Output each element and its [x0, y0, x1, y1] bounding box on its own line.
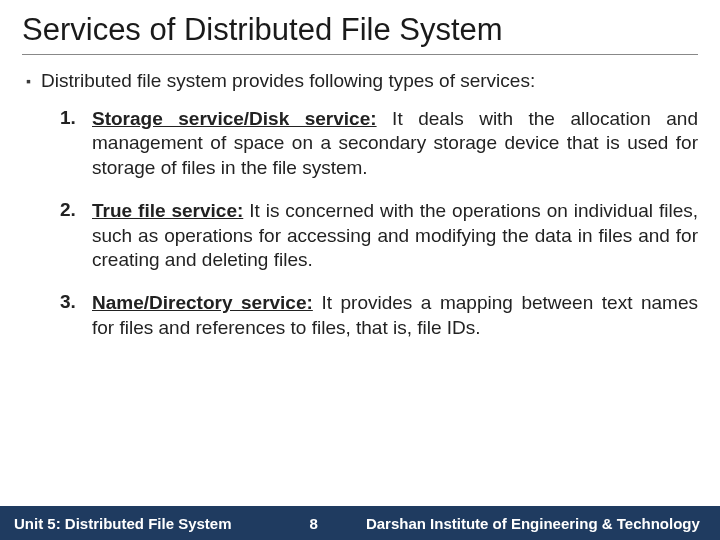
- list-item: 3. Name/Directory service: It provides a…: [60, 291, 698, 340]
- list-item: 1. Storage service/Disk service: It deal…: [60, 107, 698, 181]
- slide: Services of Distributed File System ▪ Di…: [0, 0, 720, 540]
- item-body: Name/Directory service: It provides a ma…: [92, 291, 698, 340]
- footer-institute: Darshan Institute of Engineering & Techn…: [366, 515, 706, 532]
- item-heading: True file service:: [92, 200, 243, 221]
- intro-text: Distributed file system provides followi…: [41, 69, 535, 93]
- footer-bar: Unit 5: Distributed File System 8 Darsha…: [0, 506, 720, 540]
- item-body: True file service: It is concerned with …: [92, 199, 698, 273]
- footer-unit: Unit 5: Distributed File System: [14, 515, 232, 532]
- ordered-list: 1. Storage service/Disk service: It deal…: [22, 107, 698, 341]
- item-heading: Storage service/Disk service:: [92, 108, 377, 129]
- item-heading: Name/Directory service:: [92, 292, 313, 313]
- bullet-icon: ▪: [26, 73, 31, 89]
- item-number: 1.: [60, 107, 86, 129]
- slide-title: Services of Distributed File System: [22, 12, 698, 55]
- footer-page-number: 8: [310, 515, 318, 532]
- intro-bullet: ▪ Distributed file system provides follo…: [22, 69, 698, 93]
- item-body: Storage service/Disk service: It deals w…: [92, 107, 698, 181]
- list-item: 2. True file service: It is concerned wi…: [60, 199, 698, 273]
- item-number: 3.: [60, 291, 86, 313]
- item-number: 2.: [60, 199, 86, 221]
